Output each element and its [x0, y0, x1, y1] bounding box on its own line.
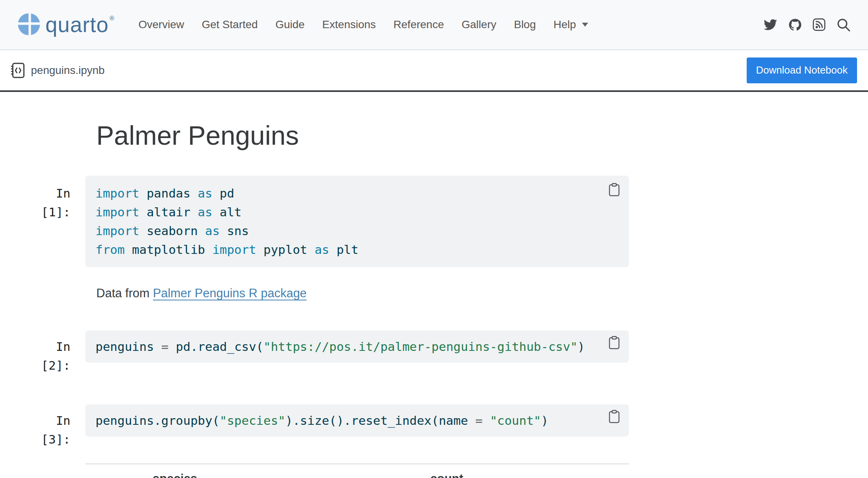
data-source-paragraph: Data from Palmer Penguins R package [96, 285, 868, 302]
twitter-icon [763, 18, 778, 31]
nav-item-guide[interactable]: Guide [276, 18, 305, 31]
code-text-1: import pandas as pdimport altair as alti… [95, 184, 601, 259]
notebook-filename: penguins.ipynb [31, 64, 104, 77]
nav-item-blog[interactable]: Blog [514, 18, 536, 31]
notebook-content: Palmer Penguins In [1]: import pandas as… [0, 92, 868, 478]
clipboard-icon [608, 336, 620, 350]
search-link[interactable] [836, 18, 851, 32]
nav-item-extensions[interactable]: Extensions [322, 18, 376, 31]
copy-code-button-3[interactable] [608, 410, 620, 424]
top-navbar: quarto ® OverviewGet StartedGuideExtensi… [0, 0, 868, 50]
clipboard-icon [608, 410, 620, 424]
notebook-file-icon [9, 62, 26, 79]
cell-execution-label-1: In [1]: [20, 176, 85, 221]
nav-item-overview[interactable]: Overview [139, 18, 184, 31]
code-cell-2: In [2]: penguins = pd.read_csv("https://… [20, 331, 629, 375]
paragraph-text: Data from [96, 286, 153, 300]
registered-mark: ® [110, 15, 114, 22]
nav-item-help[interactable]: Help [553, 18, 588, 31]
code-block-2: penguins = pd.read_csv("https://pos.it/p… [85, 331, 629, 363]
notebook-file: penguins.ipynb [9, 62, 104, 79]
copy-code-button-2[interactable] [608, 336, 620, 350]
table-header-row: species count [85, 464, 629, 478]
nav-item-get-started[interactable]: Get Started [202, 18, 258, 31]
quarto-logo[interactable]: quarto ® [17, 13, 114, 37]
page-title: Palmer Penguins [96, 120, 868, 151]
brand-text: quarto [45, 13, 109, 37]
code-cell-3: In [3]: penguins.groupby("species").size… [20, 404, 629, 449]
cell-execution-label-2: In [2]: [20, 331, 85, 375]
github-icon [788, 18, 802, 32]
code-text-2: penguins = pd.read_csv("https://pos.it/p… [95, 337, 601, 356]
notebook-toolbar: penguins.ipynb Download Notebook [0, 50, 868, 90]
quarto-logo-icon [17, 13, 41, 36]
clipboard-icon [608, 183, 620, 197]
nav-item-gallery[interactable]: Gallery [462, 18, 497, 31]
code-block-1: import pandas as pdimport altair as alti… [85, 176, 629, 267]
column-header-species: species [85, 464, 265, 478]
navbar-icons [763, 18, 851, 32]
download-notebook-button[interactable]: Download Notebook [747, 58, 857, 83]
output-table: species count [85, 464, 629, 478]
code-block-3: penguins.groupby("species").size().reset… [85, 404, 629, 437]
github-link[interactable] [788, 18, 802, 32]
nav-item-reference[interactable]: Reference [393, 18, 444, 31]
search-icon [836, 18, 851, 32]
rss-link[interactable] [812, 18, 826, 31]
code-text-3: penguins.groupby("species").size().reset… [95, 411, 601, 430]
rss-icon [812, 18, 826, 31]
palmer-penguins-link[interactable]: Palmer Penguins R package [153, 286, 307, 300]
column-header-count: count [265, 464, 629, 478]
cell-execution-label-3: In [3]: [20, 404, 85, 449]
code-cell-1: In [1]: import pandas as pdimport altair… [20, 176, 629, 267]
twitter-link[interactable] [763, 18, 778, 31]
main-nav: OverviewGet StartedGuideExtensionsRefere… [114, 18, 588, 31]
copy-code-button-1[interactable] [608, 183, 620, 197]
